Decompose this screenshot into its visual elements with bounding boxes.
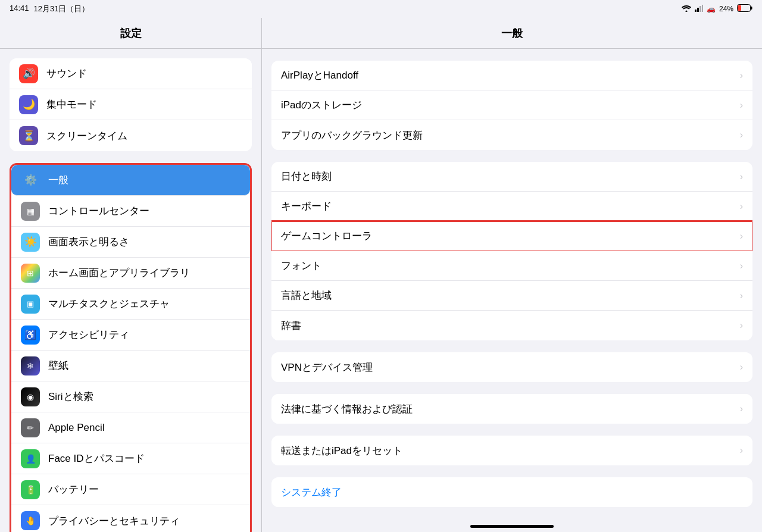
datetime-chevron: › — [740, 171, 743, 182]
settings-group-2: ⚙️ 一般 ▦ コントロールセンター ☀️ 画面表示と明るさ ⊞ ホーム画面とア… — [10, 163, 252, 532]
svg-point-0 — [685, 10, 687, 12]
svg-rect-1 — [695, 10, 697, 12]
sidebar-item-sound[interactable]: 🔊 サウンド — [10, 58, 252, 89]
content-item-legal[interactable]: 法律に基づく情報および認証 › — [271, 394, 752, 424]
content-item-airplay[interactable]: AirPlayとHandoff › — [271, 61, 752, 90]
legal-chevron: › — [740, 403, 743, 414]
language-label: 言語と地域 — [281, 289, 735, 302]
svg-rect-4 — [702, 5, 703, 12]
content-item-fonts[interactable]: フォント › — [271, 251, 752, 281]
content-list: AirPlayとHandoff › iPadのストレージ › アプリのバックグラ… — [262, 49, 762, 520]
dictionary-label: 辞書 — [281, 319, 735, 333]
controlcenter-icon: ▦ — [21, 202, 40, 221]
cellular-icon — [695, 5, 703, 14]
fonts-label: フォント — [281, 259, 735, 273]
shutdown-label: システム終了 — [281, 486, 743, 499]
homescreen-icon: ⊞ — [21, 264, 40, 283]
vpn-chevron: › — [740, 362, 743, 373]
display-label: 画面表示と明るさ — [48, 235, 241, 249]
siri-label: Siriと検索 — [48, 390, 241, 403]
sidebar-item-accessibility[interactable]: ♿ アクセシビリティ — [11, 320, 250, 351]
gamecontroller-label: ゲームコントローラ — [281, 229, 735, 243]
sidebar-item-focus[interactable]: 🌙 集中モード — [10, 89, 252, 120]
screentime-label: スクリーンタイム — [46, 129, 242, 143]
svg-rect-2 — [697, 8, 699, 12]
gamecontroller-chevron: › — [740, 231, 743, 242]
wallpaper-icon: ❄ — [21, 356, 40, 375]
sidebar-content: 🔊 サウンド 🌙 集中モード ⏳ スクリーンタイム ⚙️ 一般 — [0, 49, 261, 532]
content-item-storage[interactable]: iPadのストレージ › — [271, 90, 752, 120]
sidebar-item-homescreen[interactable]: ⊞ ホーム画面とアプリライブラリ — [11, 258, 250, 289]
sidebar-item-wallpaper[interactable]: ❄ 壁紙 — [11, 351, 250, 381]
home-indicator — [262, 520, 762, 532]
faceid-icon: 👤 — [21, 449, 40, 468]
sidebar-item-applepencil[interactable]: ✏ Apple Pencil — [11, 412, 250, 443]
content-item-transfer[interactable]: 転送またはiPadをリセット › — [271, 436, 752, 465]
applepencil-icon: ✏ — [21, 418, 40, 437]
content-group-4: 法律に基づく情報および認証 › — [271, 394, 752, 424]
svg-rect-6 — [751, 7, 752, 10]
language-chevron: › — [740, 290, 743, 301]
accessibility-icon: ♿ — [21, 326, 40, 345]
keyboard-chevron: › — [740, 201, 743, 212]
multitask-label: マルチタスクとジェスチャ — [48, 297, 241, 311]
transfer-label: 転送またはiPadをリセット — [281, 444, 735, 458]
general-label: 一般 — [48, 173, 241, 187]
display-icon: ☀️ — [21, 233, 40, 252]
content-item-keyboard[interactable]: キーボード › — [271, 192, 752, 221]
siri-icon: ◉ — [21, 387, 40, 406]
content-item-language[interactable]: 言語と地域 › — [271, 281, 752, 311]
content-header: 一般 — [262, 18, 762, 49]
sidebar-item-screentime[interactable]: ⏳ スクリーンタイム — [10, 120, 252, 151]
status-bar: 14:41 12月31日（日） 🚗 24% — [0, 0, 762, 18]
content-item-dictionary[interactable]: 辞書 › — [271, 311, 752, 340]
sidebar-title: 設定 — [120, 26, 142, 40]
sidebar-item-display[interactable]: ☀️ 画面表示と明るさ — [11, 227, 250, 258]
focus-label: 集中モード — [46, 98, 242, 111]
faceid-label: Face IDとパスコード — [48, 452, 241, 465]
battery-icon-item: 🔋 — [21, 480, 40, 499]
bgrefresh-label: アプリのバックグラウンド更新 — [281, 129, 735, 142]
privacy-label: プライバシーとセキュリティ — [48, 514, 241, 528]
content-group-1: AirPlayとHandoff › iPadのストレージ › アプリのバックグラ… — [271, 61, 752, 150]
sidebar-item-battery[interactable]: 🔋 バッテリー — [11, 474, 250, 505]
status-bar-right: 🚗 24% — [682, 4, 752, 14]
battery-label: バッテリー — [48, 483, 241, 496]
content-item-shutdown[interactable]: システム終了 — [271, 477, 752, 507]
privacy-icon: 🤚 — [21, 511, 40, 530]
sidebar-item-controlcenter[interactable]: ▦ コントロールセンター — [11, 196, 250, 227]
bgrefresh-chevron: › — [740, 130, 743, 140]
dictionary-chevron: › — [740, 320, 743, 331]
time: 14:41 — [10, 4, 29, 14]
sidebar-item-faceid[interactable]: 👤 Face IDとパスコード — [11, 443, 250, 474]
multitask-icon: ▣ — [21, 295, 40, 314]
sidebar-item-siri[interactable]: ◉ Siriと検索 — [11, 381, 250, 412]
content-item-vpn[interactable]: VPNとデバイス管理 › — [271, 352, 752, 382]
legal-label: 法律に基づく情報および認証 — [281, 402, 735, 416]
airplay-chevron: › — [740, 70, 743, 81]
content-item-datetime[interactable]: 日付と時刻 › — [271, 162, 752, 192]
sidebar-item-multitask[interactable]: ▣ マルチタスクとジェスチャ — [11, 289, 250, 320]
date: 12月31日（日） — [34, 4, 90, 14]
sound-label: サウンド — [46, 67, 242, 80]
sidebar-item-general[interactable]: ⚙️ 一般 — [11, 165, 250, 196]
content-item-gamecontroller[interactable]: ゲームコントローラ › — [271, 221, 752, 251]
content-item-bgrefresh[interactable]: アプリのバックグラウンド更新 › — [271, 120, 752, 150]
storage-chevron: › — [740, 100, 743, 111]
vpn-label: VPNとデバイス管理 — [281, 361, 735, 374]
accessibility-label: アクセシビリティ — [48, 328, 241, 342]
sidebar-item-privacy[interactable]: 🤚 プライバシーとセキュリティ — [11, 505, 250, 532]
car-icon: 🚗 — [707, 5, 716, 13]
airplay-label: AirPlayとHandoff — [281, 68, 735, 82]
controlcenter-label: コントロールセンター — [48, 204, 241, 218]
sidebar-header: 設定 — [0, 18, 261, 49]
wifi-icon — [682, 5, 691, 14]
main-container: 設定 🔊 サウンド 🌙 集中モード ⏳ スクリーンタイム — [0, 18, 762, 532]
storage-label: iPadのストレージ — [281, 98, 735, 112]
svg-rect-7 — [738, 5, 742, 11]
content-panel: 一般 AirPlayとHandoff › iPadのストレージ › アプリのバッ… — [262, 18, 762, 532]
home-bar — [470, 525, 554, 528]
wallpaper-label: 壁紙 — [48, 359, 241, 373]
datetime-label: 日付と時刻 — [281, 170, 735, 183]
sound-icon: 🔊 — [19, 64, 38, 83]
